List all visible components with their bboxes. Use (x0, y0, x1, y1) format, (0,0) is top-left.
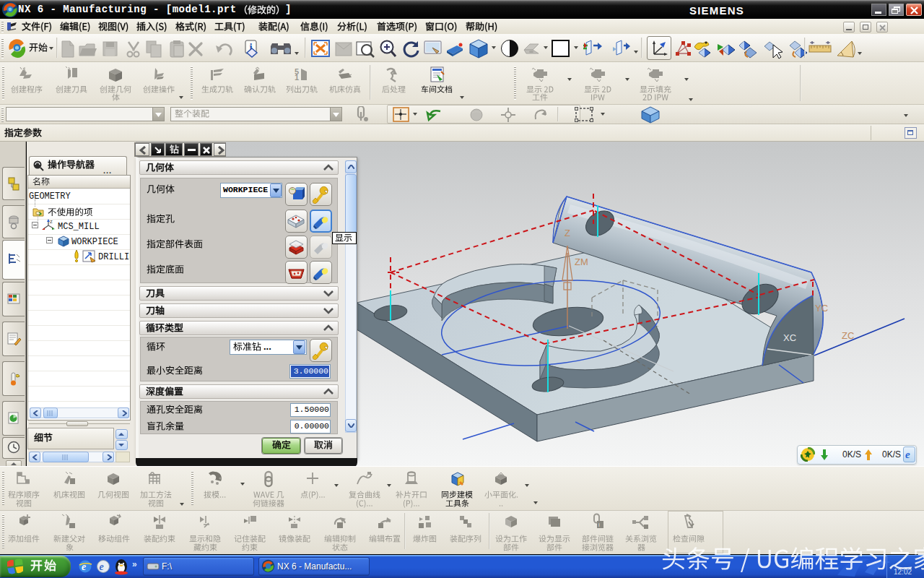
svg-text:i: i (598, 522, 600, 528)
svg-text:YC: YC (815, 303, 828, 314)
svg-text:e: e (100, 561, 104, 572)
svg-text:ZC: ZC (842, 330, 854, 341)
svg-text:Z: Z (50, 220, 53, 224)
svg-text:XC: XC (783, 332, 796, 343)
svg-text:Z: Z (565, 228, 570, 238)
svg-text:ZM: ZM (575, 256, 588, 267)
